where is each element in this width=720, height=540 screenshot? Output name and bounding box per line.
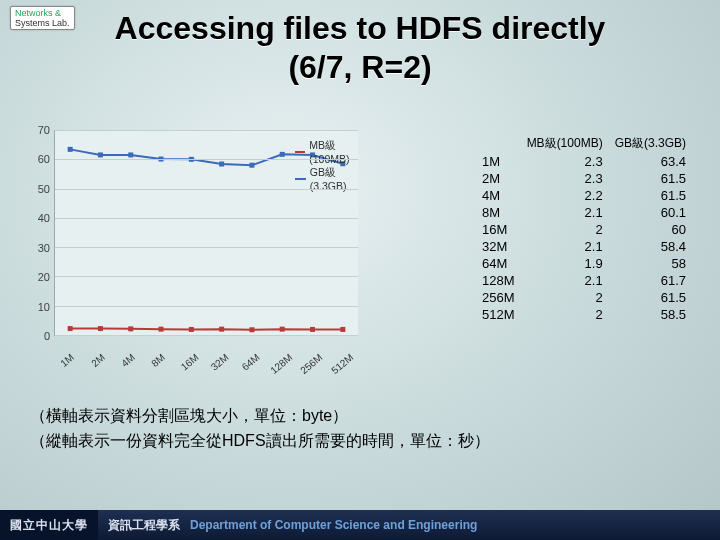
series-marker <box>128 152 133 157</box>
footer-dept-zh: 資訊工程學系 <box>98 517 190 534</box>
gridline <box>55 218 358 219</box>
y-tick-label: 40 <box>28 212 50 224</box>
table-cell: 256M <box>476 289 521 306</box>
slide-title: Accessing files to HDFS directly (6/7, R… <box>0 10 720 86</box>
table-cell: 128M <box>476 272 521 289</box>
y-tick-label: 50 <box>28 183 50 195</box>
line-chart: MB級(100MB)GB級(3.3GB) 1M2M4M8M16M32M64M12… <box>28 130 358 360</box>
table-row: 16M260 <box>476 221 692 238</box>
table-row: 32M2.158.4 <box>476 238 692 255</box>
x-axis-labels: 1M2M4M8M16M32M64M128M256M512M <box>54 336 358 360</box>
title-line2: (6/7, R=2) <box>0 49 720 86</box>
gridline <box>55 247 358 248</box>
title-line1: Accessing files to HDFS directly <box>115 10 606 46</box>
legend: MB級(100MB)GB級(3.3GB) <box>295 138 358 193</box>
table-cell: 61.5 <box>609 187 692 204</box>
series-marker <box>98 326 103 331</box>
y-tick-label: 0 <box>28 330 50 342</box>
data-table: MB級(100MB)GB級(3.3GB) 1M2.363.42M2.361.54… <box>476 134 692 323</box>
gridline <box>55 159 358 160</box>
table-row: 8M2.160.1 <box>476 204 692 221</box>
series-line <box>70 329 343 330</box>
table-cell: 63.4 <box>609 153 692 170</box>
y-tick-label: 70 <box>28 124 50 136</box>
legend-label: MB級(100MB) <box>309 139 358 165</box>
series-marker <box>98 152 103 157</box>
table-cell: 512M <box>476 306 521 323</box>
table-cell: 61.7 <box>609 272 692 289</box>
series-marker <box>310 327 315 332</box>
series-marker <box>128 326 133 331</box>
series-marker <box>219 327 224 332</box>
series-marker <box>249 327 254 332</box>
table-cell: 1.9 <box>521 255 609 272</box>
footer-dept-en: Department of Computer Science and Engin… <box>190 518 477 532</box>
table-cell: 64M <box>476 255 521 272</box>
table-cell: 32M <box>476 238 521 255</box>
table-cell: 58.4 <box>609 238 692 255</box>
table-cell: 2.1 <box>521 272 609 289</box>
gridline <box>55 189 358 190</box>
table-cell: 58.5 <box>609 306 692 323</box>
table-row: 2M2.361.5 <box>476 170 692 187</box>
footer-university: 國立中山大學 <box>0 510 98 540</box>
series-marker <box>68 326 73 331</box>
table-cell: 58 <box>609 255 692 272</box>
gridline <box>55 306 358 307</box>
table-row: 4M2.261.5 <box>476 187 692 204</box>
table-cell: 2.2 <box>521 187 609 204</box>
y-tick-label: 20 <box>28 271 50 283</box>
table-cell: 16M <box>476 221 521 238</box>
table-header-cell <box>476 134 521 153</box>
series-marker <box>189 327 194 332</box>
series-marker <box>249 163 254 168</box>
plot-area: MB級(100MB)GB級(3.3GB) <box>54 130 358 336</box>
table-row: 128M2.161.7 <box>476 272 692 289</box>
table-body: 1M2.363.42M2.361.54M2.261.58M2.160.116M2… <box>476 153 692 323</box>
gridline <box>55 130 358 131</box>
series-marker <box>280 327 285 332</box>
series-marker <box>280 152 285 157</box>
legend-swatch <box>295 151 305 153</box>
note-x: （橫軸表示資料分割區塊大小，單位：byte） <box>30 404 490 429</box>
table-cell: 2 <box>521 221 609 238</box>
table-cell: 4M <box>476 187 521 204</box>
series-marker <box>68 147 73 152</box>
y-tick-label: 30 <box>28 242 50 254</box>
table-cell: 1M <box>476 153 521 170</box>
series-marker <box>219 162 224 167</box>
table-header-cell: GB級(3.3GB) <box>609 134 692 153</box>
table-header-row: MB級(100MB)GB級(3.3GB) <box>476 134 692 153</box>
table-row: 1M2.363.4 <box>476 153 692 170</box>
table-cell: 8M <box>476 204 521 221</box>
axis-notes: （橫軸表示資料分割區塊大小，單位：byte） （縱軸表示一份資料完全從HDFS讀… <box>30 404 490 454</box>
table-header-cell: MB級(100MB) <box>521 134 609 153</box>
table-row: 64M1.958 <box>476 255 692 272</box>
table-cell: 2.3 <box>521 153 609 170</box>
y-tick-label: 10 <box>28 301 50 313</box>
y-tick-label: 60 <box>28 153 50 165</box>
table-cell: 2 <box>521 306 609 323</box>
note-y: （縱軸表示一份資料完全從HDFS讀出所需要的時間，單位：秒） <box>30 429 490 454</box>
legend-item: MB級(100MB) <box>295 139 358 165</box>
series-marker <box>159 327 164 332</box>
table-row: 256M261.5 <box>476 289 692 306</box>
table-cell: 2M <box>476 170 521 187</box>
table-cell: 61.5 <box>609 289 692 306</box>
table-row: 512M258.5 <box>476 306 692 323</box>
legend-swatch <box>295 178 306 180</box>
table-cell: 61.5 <box>609 170 692 187</box>
table-cell: 2 <box>521 289 609 306</box>
table-cell: 60.1 <box>609 204 692 221</box>
table-cell: 2.3 <box>521 170 609 187</box>
gridline <box>55 276 358 277</box>
table: MB級(100MB)GB級(3.3GB) 1M2.363.42M2.361.54… <box>476 134 692 323</box>
footer-bar: 國立中山大學 資訊工程學系 Department of Computer Sci… <box>0 510 720 540</box>
series-marker <box>340 327 345 332</box>
table-cell: 2.1 <box>521 204 609 221</box>
table-cell: 60 <box>609 221 692 238</box>
table-cell: 2.1 <box>521 238 609 255</box>
